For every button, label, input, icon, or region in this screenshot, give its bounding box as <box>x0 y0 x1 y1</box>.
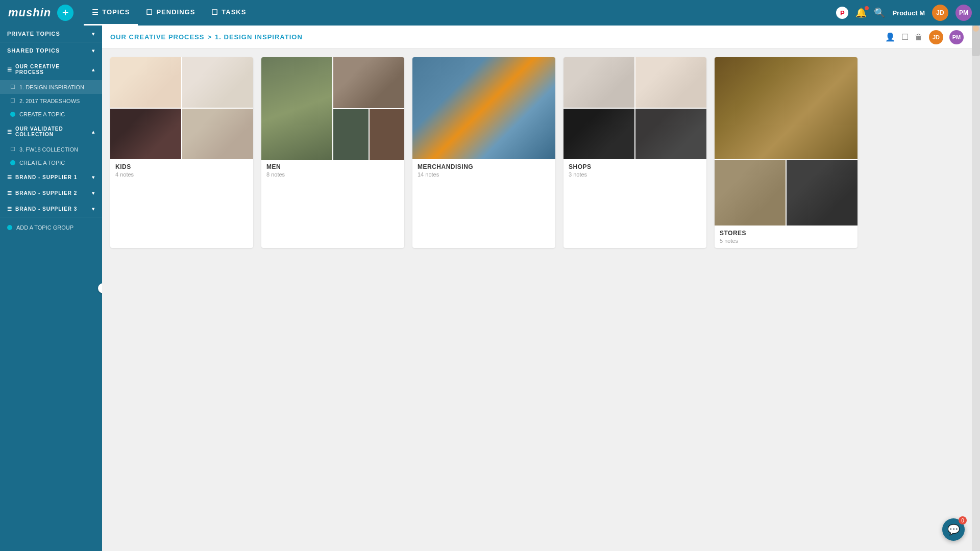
topic-card-merchandising[interactable]: MERCHANDISING 14 notes <box>412 57 555 248</box>
chevron-down-icon: ▾ <box>92 174 95 180</box>
avatar-jd[interactable]: JD <box>932 5 948 21</box>
shops-img-1 <box>564 57 634 108</box>
tab-tasks[interactable]: ☐ TASKS <box>203 0 254 26</box>
sidebar-item-create-topic-1[interactable]: CREATE A TOPIC <box>0 108 102 121</box>
brand-supplier-2-label: BRAND - SUPPLIER 2 <box>15 190 77 196</box>
chevron-down-icon: ▾ <box>92 206 95 212</box>
sidebar-item-our-creative-process[interactable]: ☰ OUR CREATIVEPROCESS ▴ <box>0 59 102 80</box>
notif-widget[interactable] <box>973 26 979 32</box>
top-navigation: mushin + ☰ TOPICS ☐ PENDINGS ☐ TASKS P 🔔… <box>0 0 980 26</box>
topic-card-kids[interactable]: KIDS 4 notes <box>110 57 253 248</box>
tab-pendings[interactable]: ☐ PENDINGS <box>138 0 203 26</box>
men-topic-notes: 8 notes <box>266 171 399 178</box>
pendings-icon: ☐ <box>146 8 153 16</box>
stores-img-main <box>715 57 857 159</box>
main-layout: PRIVATE TOPICS ▾ SHARED TOPICS ▾ ☰ OUR C… <box>0 26 980 551</box>
create-topic-2-label: CREATE A TOPIC <box>19 160 65 166</box>
topic-card-men[interactable]: MEN 8 notes <box>261 57 404 248</box>
dot-icon <box>10 112 15 117</box>
user-label[interactable]: Product M <box>892 9 925 17</box>
user-action-icon[interactable]: 👤 <box>885 32 895 42</box>
sidebar-item-design-inspiration[interactable]: ☐ 1. DESIGN INSPIRATION <box>0 80 102 94</box>
shops-img-4 <box>635 109 706 159</box>
add-button[interactable]: + <box>57 5 74 21</box>
shops-topic-notes: 3 notes <box>569 171 701 178</box>
topic-icon: ☐ <box>10 97 15 104</box>
sidebar-item-brand-supplier-3[interactable]: ☰ BRAND - SUPPLIER 3 ▾ <box>0 201 102 217</box>
stores-image-grid <box>715 57 857 226</box>
nav-right-actions: P 🔔 🔍 Product M JD PM <box>836 5 972 21</box>
topics-icon: ☰ <box>92 8 99 16</box>
chat-widget[interactable]: 💬 0 <box>942 518 965 541</box>
breadcrumb-separator: > <box>207 33 212 41</box>
sidebar-item-brand-supplier-1[interactable]: ☰ BRAND - SUPPLIER 1 ▾ <box>0 169 102 185</box>
men-img-grid-small <box>333 109 404 160</box>
merchandising-card-footer: MERCHANDISING 14 notes <box>412 159 555 182</box>
topic-icon: ☐ <box>10 84 15 90</box>
search-icon[interactable]: 🔍 <box>874 7 885 18</box>
sidebar-shared-topics-label: SHARED TOPICS <box>7 47 60 54</box>
sidebar-item-fw18-collection[interactable]: ☐ 3. FW18 COLLECTION <box>0 142 102 156</box>
sidebar-collapse-button[interactable]: ‹ <box>98 283 102 293</box>
pinterest-icon[interactable]: P <box>836 7 848 19</box>
tradeshows-label: 2. 2017 TRADESHOWS <box>19 98 80 104</box>
sidebar-header-private-topics[interactable]: PRIVATE TOPICS ▾ <box>0 26 102 42</box>
men-img-2 <box>333 57 404 108</box>
kids-img-2 <box>182 57 253 108</box>
men-img-1 <box>261 57 332 160</box>
men-topic-name: MEN <box>266 163 399 170</box>
topic-grid: KIDS 4 notes <box>102 49 972 551</box>
stores-img-2 <box>715 160 786 226</box>
nav-tabs: ☰ TOPICS ☐ PENDINGS ☐ TASKS <box>84 0 836 26</box>
fw18-label: 3. FW18 COLLECTION <box>19 146 78 153</box>
our-creative-process-label: OUR CREATIVEPROCESS <box>15 64 60 75</box>
notification-dot <box>865 6 869 10</box>
kids-image-grid <box>110 57 253 159</box>
merchandising-topic-name: MERCHANDISING <box>418 163 550 170</box>
shops-card-footer: SHOPS 3 notes <box>564 159 706 182</box>
add-topic-group[interactable]: ADD A TOPIC GROUP <box>0 217 102 238</box>
kids-topic-name: KIDS <box>115 163 248 170</box>
shops-image-grid <box>564 57 706 159</box>
sidebar-item-tradeshows[interactable]: ☐ 2. 2017 TRADESHOWS <box>0 94 102 108</box>
breadcrumb-parent[interactable]: OUR CREATIVE PROCESS <box>110 33 204 41</box>
topic-card-stores[interactable]: STORES 5 notes <box>715 57 857 248</box>
stores-img-bottom <box>715 160 857 226</box>
topic-card-shops[interactable]: SHOPS 3 notes <box>564 57 706 248</box>
avatar-pm[interactable]: PM <box>955 5 972 21</box>
brand-supplier-3-label: BRAND - SUPPLIER 3 <box>15 206 77 212</box>
sidebar-item-create-topic-2[interactable]: CREATE A TOPIC <box>0 156 102 169</box>
list-icon: ☰ <box>7 190 12 196</box>
kids-topic-notes: 4 notes <box>115 171 248 178</box>
sidebar-header-shared-topics[interactable]: SHARED TOPICS ▾ <box>0 42 102 59</box>
header-actions: 👤 ☐ 🗑 JD PM <box>885 30 964 44</box>
breadcrumb: OUR CREATIVE PROCESS > 1. DESIGN INSPIRA… <box>110 33 303 41</box>
stores-card-footer: STORES 5 notes <box>715 226 857 248</box>
sidebar-section-shared-topics: SHARED TOPICS ▾ ☰ OUR CREATIVEPROCESS ▴ … <box>0 42 102 217</box>
tab-pendings-label: PENDINGS <box>156 8 195 16</box>
kids-img-4 <box>182 109 253 159</box>
chevron-up-icon: ▴ <box>92 67 95 72</box>
chevron-down-icon: ▾ <box>92 48 95 54</box>
sidebar: PRIVATE TOPICS ▾ SHARED TOPICS ▾ ☰ OUR C… <box>0 26 102 551</box>
sidebar-section-private-topics: PRIVATE TOPICS ▾ <box>0 26 102 42</box>
add-topic-group-label: ADD A TOPIC GROUP <box>16 224 74 231</box>
sidebar-item-our-validated-collection[interactable]: ☰ OUR VALIDATEDCOLLECTION ▴ <box>0 121 102 142</box>
kids-img-1 <box>110 57 181 108</box>
list-icon: ☰ <box>7 174 12 180</box>
list-icon: ☰ <box>7 129 12 135</box>
stores-topic-notes: 5 notes <box>720 238 852 244</box>
header-avatar-jd[interactable]: JD <box>929 30 943 44</box>
tab-topics[interactable]: ☰ TOPICS <box>84 0 138 26</box>
content-area: OUR CREATIVE PROCESS > 1. DESIGN INSPIRA… <box>102 26 972 551</box>
dot-icon <box>7 225 12 230</box>
notifications-icon[interactable]: 🔔 <box>855 7 867 18</box>
share-action-icon[interactable]: ☐ <box>901 32 909 42</box>
delete-action-icon[interactable]: 🗑 <box>915 33 923 42</box>
men-image-grid <box>261 57 404 159</box>
header-avatar-pm[interactable]: PM <box>949 30 964 44</box>
stores-img-3 <box>787 160 857 226</box>
sidebar-item-brand-supplier-2[interactable]: ☰ BRAND - SUPPLIER 2 ▾ <box>0 185 102 201</box>
merchandising-topic-notes: 14 notes <box>418 171 550 178</box>
create-topic-1-label: CREATE A TOPIC <box>19 111 65 117</box>
